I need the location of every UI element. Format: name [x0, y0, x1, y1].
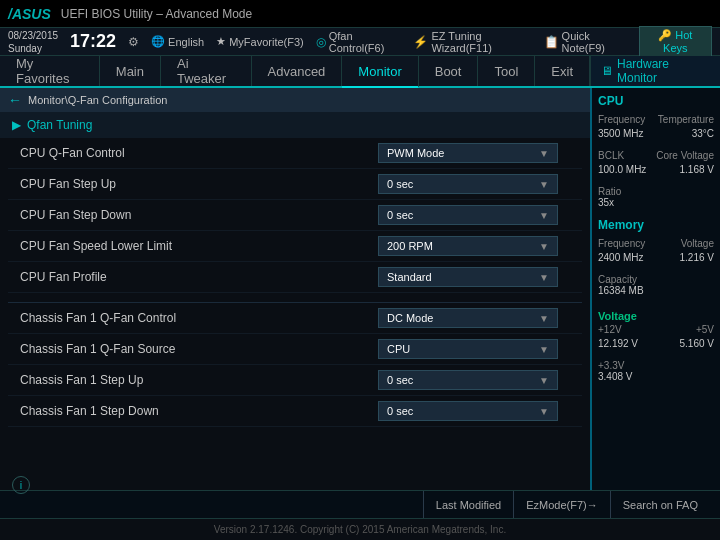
mem-capacity-value: 16384 MB — [598, 285, 714, 296]
voltage-section-title: Voltage — [598, 310, 714, 322]
settings-area: CPU Q-Fan Control PWM Mode ▼ CPU Fan Ste… — [0, 138, 590, 427]
mem-frequency-row: Frequency Voltage — [598, 238, 714, 249]
nav-exit[interactable]: Exit — [535, 56, 590, 86]
chassis-fan1-step-up-label: Chassis Fan 1 Step Up — [12, 373, 378, 387]
info-icon[interactable]: i — [12, 476, 30, 494]
top-bar: /ASUS UEFI BIOS Utility – Advanced Mode — [0, 0, 720, 28]
ez-mode-btn[interactable]: EzMode(F7)→ — [513, 491, 610, 518]
info-bar: 08/23/2015 Sunday 17:22 ⚙ 🌐 English ★ My… — [0, 28, 720, 56]
cpu-fan-step-up-value: 0 sec ▼ — [378, 174, 578, 194]
voltage-12-5-row: +12V +5V — [598, 324, 714, 335]
mem-voltage-value: 1.216 V — [680, 252, 714, 263]
hardware-monitor-tab[interactable]: 🖥 Hardware Monitor — [590, 56, 720, 86]
note-icon: 📋 — [544, 35, 559, 49]
v12-label: +12V — [598, 324, 622, 335]
mem-frequency-value-row: 2400 MHz 1.216 V — [598, 252, 714, 263]
qfan-btn[interactable]: ◎ Qfan Control(F6) — [316, 30, 402, 54]
chassis-fan1-qfan-control-dropdown[interactable]: DC Mode ▼ — [378, 308, 558, 328]
cpu-qfan-control-row: CPU Q-Fan Control PWM Mode ▼ — [8, 138, 582, 169]
nav-my-favorites[interactable]: My Favorites — [0, 56, 100, 86]
breadcrumb-back-button[interactable]: ← — [8, 92, 22, 108]
gear-icon[interactable]: ⚙ — [128, 35, 139, 49]
last-modified-btn[interactable]: Last Modified — [423, 491, 513, 518]
dropdown-arrow: ▼ — [539, 210, 549, 221]
cpu-ratio-label: Ratio — [598, 186, 714, 197]
chassis-fan1-step-down-row: Chassis Fan 1 Step Down 0 sec ▼ — [8, 396, 582, 427]
cpu-fan-speed-lower-limit-label: CPU Fan Speed Lower Limit — [12, 239, 378, 253]
cpu-fan-step-down-row: CPU Fan Step Down 0 sec ▼ — [8, 200, 582, 231]
cpu-temperature-label: Temperature — [658, 114, 714, 125]
search-faq-btn[interactable]: Search on FAQ — [610, 491, 710, 518]
cpu-bclk-value: 100.0 MHz — [598, 164, 646, 175]
cpu-fan-step-down-dropdown[interactable]: 0 sec ▼ — [378, 205, 558, 225]
footer: Version 2.17.1246. Copyright (C) 2015 Am… — [0, 518, 720, 540]
chassis-fan1-step-down-dropdown[interactable]: 0 sec ▼ — [378, 401, 558, 421]
chassis-fan1-qfan-source-selected: CPU — [387, 343, 410, 355]
v5-label: +5V — [696, 324, 714, 335]
qfan-label: Qfan Control(F6) — [329, 30, 402, 54]
dropdown-arrow: ▼ — [539, 179, 549, 190]
chassis-fan1-step-up-value: 0 sec ▼ — [378, 370, 578, 390]
hot-keys-button[interactable]: 🔑 Hot Keys — [639, 26, 712, 57]
english-btn[interactable]: 🌐 English — [151, 35, 204, 48]
dropdown-arrow: ▼ — [539, 313, 549, 324]
title-text: UEFI BIOS Utility – Advanced Mode — [61, 7, 252, 21]
quick-note-label: Quick Note(F9) — [562, 30, 627, 54]
chassis-fan1-qfan-control-label: Chassis Fan 1 Q-Fan Control — [12, 311, 378, 325]
hw-divider3 — [598, 266, 714, 274]
hardware-monitor-label: Hardware Monitor — [617, 57, 710, 85]
cpu-fan-profile-dropdown[interactable]: Standard ▼ — [378, 267, 558, 287]
myfavorite-btn[interactable]: ★ MyFavorite(F3) — [216, 35, 304, 48]
cpu-frequency-value-row: 3500 MHz 33°C — [598, 128, 714, 139]
english-label: English — [168, 36, 204, 48]
dropdown-arrow: ▼ — [539, 148, 549, 159]
chassis-fan1-step-up-row: Chassis Fan 1 Step Up 0 sec ▼ — [8, 365, 582, 396]
hw-divider1 — [598, 142, 714, 150]
cpu-bclk-row: BCLK Core Voltage — [598, 150, 714, 161]
cpu-fan-profile-row: CPU Fan Profile Standard ▼ — [8, 262, 582, 293]
cpu-temperature-value: 33°C — [692, 128, 714, 139]
breadcrumb-bar: ← Monitor\Q-Fan Configuration — [0, 88, 590, 112]
cpu-fan-step-up-dropdown[interactable]: 0 sec ▼ — [378, 174, 558, 194]
cpu-fan-step-down-value: 0 sec ▼ — [378, 205, 578, 225]
nav-tool[interactable]: Tool — [478, 56, 535, 86]
mem-capacity-label: Capacity — [598, 274, 714, 285]
chassis-fan1-qfan-source-dropdown[interactable]: CPU ▼ — [378, 339, 558, 359]
mem-frequency-label: Frequency — [598, 238, 645, 249]
hw-divider4 — [598, 352, 714, 360]
chassis-fan1-step-up-dropdown[interactable]: 0 sec ▼ — [378, 370, 558, 390]
cpu-core-voltage-value: 1.168 V — [680, 164, 714, 175]
cpu-fan-profile-label: CPU Fan Profile — [12, 270, 378, 284]
cpu-bclk-value-row: 100.0 MHz 1.168 V — [598, 164, 714, 175]
cpu-qfan-control-selected: PWM Mode — [387, 147, 444, 159]
nav-monitor[interactable]: Monitor — [342, 56, 418, 88]
memory-section-title: Memory — [598, 218, 714, 234]
datetime: 08/23/2015 Sunday — [8, 29, 58, 55]
star-icon: ★ — [216, 35, 226, 48]
cpu-qfan-control-dropdown[interactable]: PWM Mode ▼ — [378, 143, 558, 163]
quick-note-btn[interactable]: 📋 Quick Note(F9) — [544, 30, 627, 54]
footer-text: Version 2.17.1246. Copyright (C) 2015 Am… — [214, 524, 506, 535]
cpu-qfan-control-label: CPU Q-Fan Control — [12, 146, 378, 160]
cpu-core-voltage-label: Core Voltage — [656, 150, 714, 161]
cpu-fan-speed-lower-limit-dropdown[interactable]: 200 RPM ▼ — [378, 236, 558, 256]
cpu-qfan-control-value: PWM Mode ▼ — [378, 143, 578, 163]
chassis-fan1-qfan-source-row: Chassis Fan 1 Q-Fan Source CPU ▼ — [8, 334, 582, 365]
nav-main[interactable]: Main — [100, 56, 161, 86]
cpu-fan-speed-lower-limit-value: 200 RPM ▼ — [378, 236, 578, 256]
nav-ai-tweaker[interactable]: Ai Tweaker — [161, 56, 252, 86]
cpu-frequency-value: 3500 MHz — [598, 128, 644, 139]
ez-label: EZ Tuning Wizard(F11) — [431, 30, 531, 54]
myfavorite-label: MyFavorite(F3) — [229, 36, 304, 48]
ez-tuning-btn[interactable]: ⚡ EZ Tuning Wizard(F11) — [413, 30, 531, 54]
qfan-tuning-section[interactable]: ▶ Qfan Tuning — [0, 112, 590, 138]
chassis-fan1-qfan-source-value: CPU ▼ — [378, 339, 578, 359]
nav-boot[interactable]: Boot — [419, 56, 479, 86]
nav-advanced[interactable]: Advanced — [252, 56, 343, 86]
nav-bar: My Favorites Main Ai Tweaker Advanced Mo… — [0, 56, 720, 88]
chassis-fan1-step-down-selected: 0 sec — [387, 405, 413, 417]
mem-voltage-label: Voltage — [681, 238, 714, 249]
breadcrumb-text: Monitor\Q-Fan Configuration — [28, 94, 167, 106]
date-line1: 08/23/2015 — [8, 29, 58, 42]
section-expand-icon: ▶ — [12, 118, 21, 132]
